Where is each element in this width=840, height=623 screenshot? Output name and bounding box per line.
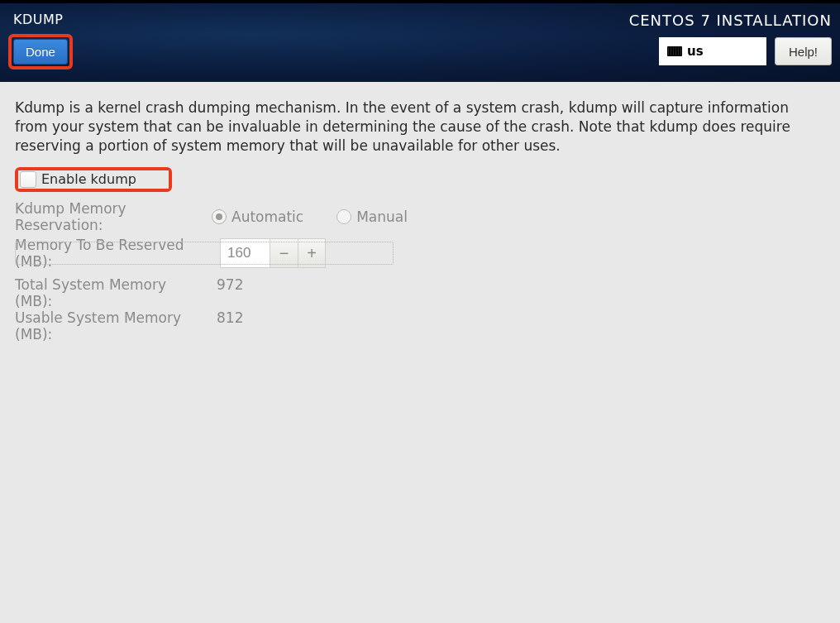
enable-focus-outline — [15, 242, 394, 265]
total-memory-label: Total System Memory (MB): — [15, 276, 207, 309]
radio-manual-label: Manual — [356, 208, 408, 225]
reservation-radio-group: Automatic Manual — [212, 208, 408, 225]
kdump-settings: Kdump Memory Reservation: Automatic Manu… — [15, 200, 825, 343]
reservation-automatic-option[interactable]: Automatic — [212, 208, 303, 225]
header-right: CENTOS 7 INSTALLATION us Help! — [629, 12, 832, 74]
keyboard-layout-selector[interactable]: us — [659, 37, 766, 65]
help-button[interactable]: Help! — [775, 37, 832, 65]
usable-memory-label: Usable System Memory (MB): — [15, 309, 207, 343]
done-button[interactable]: Done — [13, 39, 68, 65]
radio-automatic-label: Automatic — [231, 208, 303, 225]
header-controls: us Help! — [659, 37, 832, 65]
page-title: KDUMP — [13, 12, 73, 27]
total-memory-value: 972 — [217, 276, 243, 309]
keyboard-layout-label: us — [687, 44, 704, 59]
radio-automatic[interactable] — [212, 209, 227, 224]
usable-memory-value: 812 — [217, 309, 243, 343]
installation-title: CENTOS 7 INSTALLATION — [629, 12, 832, 29]
enable-kdump-row: Enable kdump — [18, 170, 169, 189]
kdump-description: Kdump is a kernel crash dumping mechanis… — [15, 98, 825, 156]
content-area: Kdump is a kernel crash dumping mechanis… — [0, 82, 840, 359]
header-bar: KDUMP Done CENTOS 7 INSTALLATION us Help… — [0, 3, 840, 82]
usable-memory-row: Usable System Memory (MB): 812 — [15, 309, 825, 343]
enable-highlight-box: Enable kdump — [15, 167, 172, 192]
keyboard-icon — [667, 46, 682, 56]
reservation-row: Kdump Memory Reservation: Automatic Manu… — [15, 200, 825, 233]
reservation-label: Kdump Memory Reservation: — [15, 200, 207, 233]
enable-kdump-checkbox[interactable] — [20, 171, 36, 188]
radio-manual[interactable] — [336, 209, 351, 224]
header-left: KDUMP Done — [12, 12, 73, 74]
reservation-manual-option[interactable]: Manual — [336, 208, 408, 225]
enable-kdump-label: Enable kdump — [41, 171, 136, 187]
total-memory-row: Total System Memory (MB): 972 — [15, 276, 825, 309]
done-highlight-box: Done — [8, 34, 73, 69]
